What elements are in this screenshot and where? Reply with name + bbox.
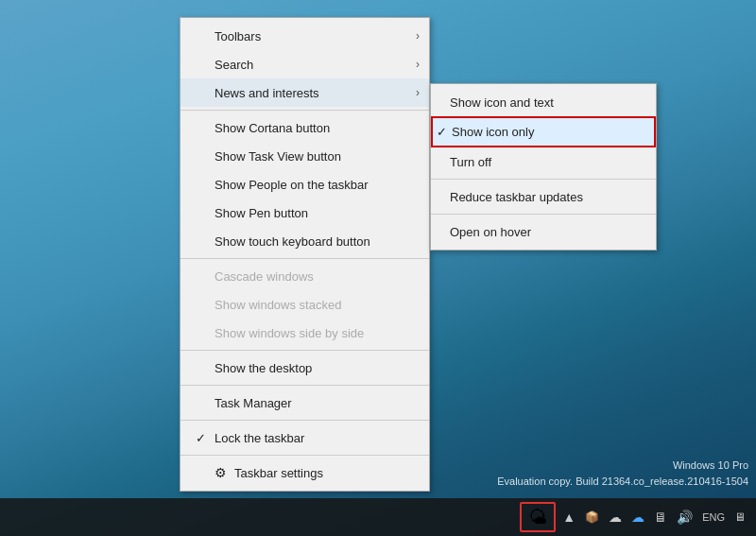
language-indicator[interactable]: ENG xyxy=(699,511,728,523)
check-placeholder xyxy=(196,326,211,340)
arrow-icon: › xyxy=(416,29,420,43)
taskbar-right-area: 🌤 ▲ 📦 ☁ ☁ 🖥 🔊 ENG 🖥 xyxy=(520,498,748,536)
menu-item-sidebyside-label: Show windows side by side xyxy=(215,326,364,340)
divider-6 xyxy=(180,455,429,456)
menu-item-taskbarsettings-label: Taskbar settings xyxy=(234,466,323,480)
menu-item-toolbars-label: Toolbars xyxy=(215,29,261,43)
menu-item-search-label: Search xyxy=(215,58,253,72)
check-placeholder xyxy=(435,225,438,239)
menu-item-showdesktop-label: Show the desktop xyxy=(215,361,312,375)
check-placeholder xyxy=(196,149,211,164)
submenu-icon-only-label: Show icon only xyxy=(452,125,534,139)
menu-item-cascade: Cascade windows xyxy=(180,262,429,290)
windows-watermark: Windows 10 Pro Evaluation copy. Build 21… xyxy=(497,458,748,489)
menu-item-people-label: Show People on the taskbar xyxy=(215,178,369,192)
submenu-item-open-on-hover[interactable]: Open on hover xyxy=(431,217,656,246)
menu-item-cortana-label: Show Cortana button xyxy=(215,121,330,135)
check-placeholder xyxy=(196,86,211,100)
divider-4 xyxy=(180,385,429,386)
check-placeholder xyxy=(435,190,438,204)
menu-item-taskbarsettings[interactable]: ⚙ Taskbar settings xyxy=(180,458,429,487)
check-placeholder xyxy=(196,29,211,43)
submenu-item-reduce-updates[interactable]: Reduce taskbar updates xyxy=(431,182,656,211)
submenu-item-icon-and-text[interactable]: Show icon and text xyxy=(431,88,656,116)
volume-icon[interactable]: 🔊 xyxy=(674,506,696,528)
menu-item-stacked-label: Show windows stacked xyxy=(215,298,341,312)
check-placeholder xyxy=(196,121,211,135)
action-center-icon[interactable]: 🖥 xyxy=(731,507,748,527)
check-placeholder xyxy=(196,234,211,249)
menu-item-keyboard-label: Show touch keyboard button xyxy=(215,234,370,249)
check-placeholder xyxy=(196,396,211,410)
check-placeholder xyxy=(435,155,438,169)
divider-3 xyxy=(180,350,429,351)
menu-item-showdesktop[interactable]: Show the desktop xyxy=(180,354,429,382)
weather-icon: 🌤 xyxy=(528,507,547,528)
menu-item-locktaskbar[interactable]: ✓ Lock the taskbar xyxy=(180,424,429,452)
submenu-item-turnoff[interactable]: Turn off xyxy=(431,147,656,176)
submenu-divider-1 xyxy=(431,179,656,180)
arrow-icon: › xyxy=(416,86,420,99)
news-submenu: Show icon and text ✓ Show icon only Turn… xyxy=(430,83,657,251)
windows-edition: Windows 10 Pro xyxy=(497,458,748,474)
hardware-icon[interactable]: 📦 xyxy=(582,507,602,527)
gear-icon: ⚙ xyxy=(215,465,227,480)
divider-5 xyxy=(180,420,429,421)
menu-item-pen[interactable]: Show Pen button xyxy=(180,199,429,227)
check-placeholder xyxy=(196,361,211,375)
menu-item-taskmanager[interactable]: Task Manager xyxy=(180,389,429,417)
menu-item-locktaskbar-label: Lock the taskbar xyxy=(215,431,304,445)
lock-check-icon: ✓ xyxy=(196,431,211,445)
menu-item-keyboard[interactable]: Show touch keyboard button xyxy=(180,227,429,255)
check-placeholder xyxy=(196,178,211,192)
submenu-open-on-hover-label: Open on hover xyxy=(450,225,531,239)
menu-item-taskmanager-label: Task Manager xyxy=(215,396,292,410)
check-icon: ✓ xyxy=(437,125,447,139)
menu-item-news-label: News and interests xyxy=(215,86,319,100)
submenu-icon-and-text-label: Show icon and text xyxy=(450,95,554,110)
menu-item-taskview[interactable]: Show Task View button xyxy=(180,142,429,170)
taskbar: 🌤 ▲ 📦 ☁ ☁ 🖥 🔊 ENG 🖥 xyxy=(0,498,756,536)
check-placeholder xyxy=(196,206,211,220)
divider-2 xyxy=(180,258,429,259)
menu-item-taskview-label: Show Task View button xyxy=(215,149,341,164)
check-placeholder xyxy=(435,95,438,110)
menu-item-people[interactable]: Show People on the taskbar xyxy=(180,170,429,199)
submenu-divider-2 xyxy=(431,214,656,215)
arrow-icon: › xyxy=(416,58,420,71)
menu-item-cortana[interactable]: Show Cortana button xyxy=(180,113,429,142)
display-icon[interactable]: 🖥 xyxy=(651,506,670,528)
divider-1 xyxy=(180,110,429,111)
check-placeholder xyxy=(196,58,211,72)
menu-item-toolbars[interactable]: Toolbars › xyxy=(180,22,429,50)
submenu-turnoff-label: Turn off xyxy=(450,155,491,169)
menu-item-news[interactable]: News and interests › xyxy=(180,78,429,107)
onedrive-personal-icon[interactable]: ☁ xyxy=(628,506,647,528)
menu-item-stacked: Show windows stacked xyxy=(180,290,429,319)
taskbar-context-menu: Toolbars › Search › News and interests ›… xyxy=(180,17,430,492)
notification-chevron-icon[interactable]: ▲ xyxy=(559,506,578,528)
onedrive-icon[interactable]: ☁ xyxy=(606,506,625,528)
submenu-item-icon-only[interactable]: ✓ Show icon only xyxy=(431,116,656,147)
windows-build: Evaluation copy. Build 21364.co_release.… xyxy=(497,474,748,490)
check-placeholder xyxy=(196,466,211,480)
check-placeholder xyxy=(196,298,211,312)
weather-widget[interactable]: 🌤 xyxy=(520,502,556,532)
submenu-reduce-updates-label: Reduce taskbar updates xyxy=(450,190,583,204)
menu-item-cascade-label: Cascade windows xyxy=(215,269,314,284)
menu-item-search[interactable]: Search › xyxy=(180,50,429,78)
menu-item-pen-label: Show Pen button xyxy=(215,206,308,220)
check-placeholder xyxy=(196,269,211,284)
menu-item-sidebyside: Show windows side by side xyxy=(180,319,429,347)
